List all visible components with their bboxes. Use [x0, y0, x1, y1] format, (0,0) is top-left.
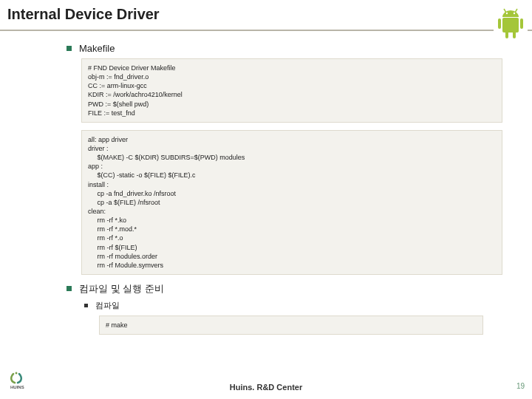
page-number: 19: [516, 382, 525, 390]
codebox-makefile-header: # FND Device Driver Makefile obj-m := fn…: [81, 58, 502, 123]
compile-label: 컴파일 및 실행 준비: [79, 282, 164, 296]
codebox-make-cmd: # make: [99, 316, 483, 335]
content-area: Makefile # FND Device Driver Makefile ob…: [66, 43, 502, 342]
svg-point-9: [514, 13, 515, 14]
bullet-icon-small: [84, 304, 88, 307]
android-icon: [494, 6, 528, 41]
svg-rect-3: [520, 18, 523, 29]
bullet-compile-sub: 컴파일: [84, 300, 502, 311]
title-divider: [0, 30, 532, 31]
footer-center-text: Huins. R&D Center: [0, 383, 532, 392]
bullet-compile: 컴파일 및 실행 준비: [66, 282, 502, 296]
bullet-icon: [66, 286, 72, 291]
svg-rect-4: [505, 31, 508, 38]
makefile-label: Makefile: [79, 43, 115, 54]
svg-rect-2: [498, 18, 501, 29]
slide: Internal Device Driver Makefile # FND De: [0, 0, 532, 399]
page-title: Internal Device Driver: [7, 6, 160, 23]
bullet-makefile: Makefile: [66, 43, 502, 54]
svg-point-8: [506, 13, 508, 14]
svg-point-10: [16, 372, 18, 375]
codebox-makefile-body: all: app driver driver : $(MAKE) -C $(KD…: [81, 130, 502, 275]
compile-sub-label: 컴파일: [95, 300, 120, 311]
svg-rect-1: [502, 18, 519, 33]
svg-rect-5: [513, 31, 516, 38]
bullet-icon: [66, 46, 72, 51]
